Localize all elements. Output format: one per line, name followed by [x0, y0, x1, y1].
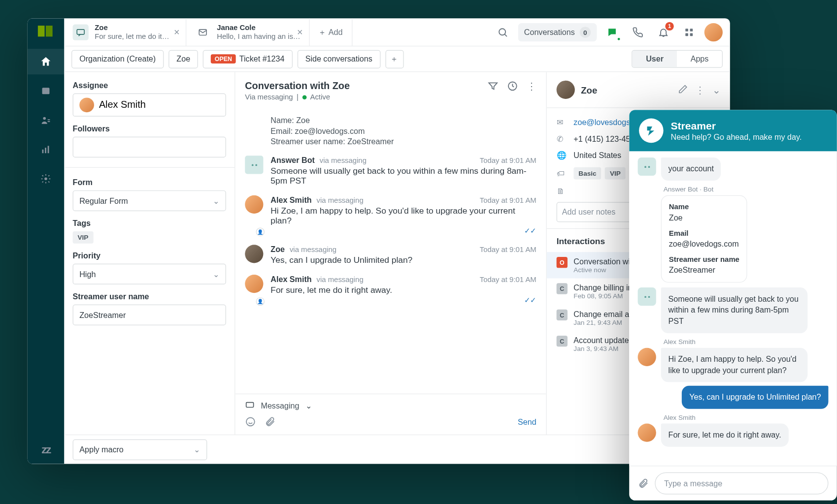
message-time: Today at 9:01 AM: [480, 196, 536, 204]
call-button[interactable]: [627, 22, 648, 42]
tab-janae[interactable]: Janae ColeHello, I am having an is… ×: [186, 18, 309, 46]
conversation-title: Conversation with Zoe: [245, 81, 350, 92]
message-text: Someone will usually get back to you wit…: [270, 166, 536, 186]
filter-icon[interactable]: [488, 81, 499, 93]
assignee-name: Alex Smith: [99, 99, 146, 110]
profile-avatar[interactable]: [704, 23, 723, 41]
agent-bubble: Hi Zoe, I am happy to help. So you'd lik…: [661, 347, 808, 382]
edit-icon[interactable]: [678, 84, 688, 96]
tag-vip[interactable]: VIP: [605, 167, 626, 180]
card-streamer-key: Streamer user name: [669, 254, 739, 265]
widget-subtitle: Need help? Go ahead, make my day.: [671, 132, 802, 141]
reply-channel-label[interactable]: Messaging: [261, 401, 299, 410]
message-author: Zoe: [270, 245, 285, 254]
reply-channel-bar: Messaging ⌄: [235, 394, 546, 416]
more-icon[interactable]: ⋮: [695, 84, 705, 96]
close-icon[interactable]: ×: [174, 27, 180, 38]
email-icon: ✉: [557, 118, 567, 127]
more-icon[interactable]: ⋮: [527, 81, 536, 93]
brand-logo: [38, 26, 54, 41]
history-icon[interactable]: [507, 81, 518, 93]
message-avatar: [245, 195, 263, 214]
tag-vip[interactable]: VIP: [73, 231, 94, 244]
context-bar: Organization (Create) Zoe OPENTicket #12…: [64, 46, 730, 72]
send-button[interactable]: Send: [518, 417, 536, 427]
notifications-button[interactable]: 1: [653, 22, 674, 42]
apps-button[interactable]: [679, 22, 700, 42]
side-conversations-crumb[interactable]: Side conversations: [298, 50, 380, 68]
add-tab-button[interactable]: ＋Add: [309, 18, 352, 46]
tab-subtitle: Hello, I am having an is…: [217, 32, 301, 41]
chevron-down-icon[interactable]: ⌄: [712, 84, 720, 96]
conversations-pill[interactable]: Conversations0: [518, 23, 597, 41]
agent-label: Alex Smith: [664, 414, 829, 421]
info-streamer: Streamer user name: ZoeStreamer: [270, 137, 536, 146]
primary-nav: zz: [28, 18, 64, 464]
streamer-input[interactable]: ZoeStreamer: [73, 305, 226, 325]
org-crumb[interactable]: Organization (Create): [71, 50, 164, 68]
bot-avatar: [638, 287, 656, 306]
user-name: Zoe: [581, 85, 597, 95]
widget-logo: [639, 119, 664, 143]
svg-point-17: [246, 417, 255, 426]
nav-home[interactable]: [28, 49, 64, 74]
message-avatar: [245, 245, 263, 263]
chat-status-button[interactable]: [602, 22, 622, 42]
widget-title: Streamer: [671, 120, 802, 132]
message: Answer Botvia messagingToday at 9:01 AMS…: [245, 151, 536, 190]
widget-body: your account Answer Bot · Bot NameZoe Em…: [629, 152, 837, 466]
tab-zoe[interactable]: ZoeFor sure, let me do it… ×: [64, 18, 186, 46]
interaction-title: Change email ad: [573, 310, 634, 319]
search-button[interactable]: [492, 22, 513, 42]
tags-label: Tags: [73, 219, 226, 228]
nav-reporting[interactable]: [28, 137, 64, 162]
form-select[interactable]: Regular Form⌄: [73, 190, 226, 211]
tab-apps[interactable]: Apps: [677, 51, 722, 67]
followers-input[interactable]: [73, 137, 226, 158]
svg-point-10: [499, 29, 505, 35]
svg-rect-2: [48, 119, 50, 120]
message-via: via messaging: [290, 245, 336, 253]
widget-footer: Type a message: [629, 466, 837, 501]
card-email-val: zoe@lovedogs.com: [669, 239, 739, 250]
message-via: via messaging: [317, 196, 364, 204]
svg-rect-3: [48, 121, 50, 122]
svg-rect-11: [685, 29, 688, 32]
attachment-icon[interactable]: [265, 416, 275, 427]
tab-title: Zoe: [95, 23, 169, 32]
interaction-status-icon: O: [557, 257, 568, 268]
close-icon[interactable]: ×: [297, 27, 303, 38]
interaction-status-icon: C: [557, 310, 568, 320]
message-time: Today at 9:01 AM: [480, 156, 536, 164]
priority-select[interactable]: High⌄: [73, 264, 226, 284]
interaction-title: Conversation wi: [573, 257, 630, 266]
ticket-crumb[interactable]: OPENTicket #1234: [203, 50, 292, 68]
emoji-icon[interactable]: [245, 416, 256, 427]
online-dot: [616, 36, 621, 41]
read-receipt-icon: ✓✓: [270, 296, 536, 304]
macro-label: Apply macro: [79, 445, 124, 454]
message-text: Yes, can I upgrade to Unlimited plan?: [270, 255, 536, 265]
message-input[interactable]: Type a message: [655, 472, 828, 495]
nav-admin[interactable]: [28, 166, 64, 191]
user-crumb[interactable]: Zoe: [168, 50, 198, 68]
conversations-count: 0: [580, 27, 591, 37]
phone-icon: ✆: [557, 134, 567, 144]
chevron-down-icon[interactable]: ⌄: [305, 401, 312, 410]
user-bubble: Yes, can I upgrade to Unlimited plan?: [682, 386, 828, 409]
user-country: United States: [573, 151, 621, 160]
agent-badge-icon: 👤: [256, 297, 265, 306]
add-side-conversation[interactable]: ＋: [385, 50, 403, 68]
message-via: via messaging: [320, 156, 367, 164]
macro-select[interactable]: Apply macro⌄: [73, 439, 207, 460]
info-block: Name: Zoe Email: zoe@lovedogs.com Stream…: [245, 110, 536, 151]
attachment-icon[interactable]: [638, 478, 649, 489]
assignee-picker[interactable]: Alex Smith: [73, 94, 226, 117]
bot-label: Answer Bot · Bot: [664, 186, 829, 193]
svg-rect-6: [48, 146, 49, 153]
conversations-label: Conversations: [524, 28, 575, 37]
tab-user[interactable]: User: [633, 51, 677, 67]
nav-customers[interactable]: [28, 107, 64, 133]
nav-views[interactable]: [28, 78, 64, 104]
tag-basic[interactable]: Basic: [573, 167, 601, 180]
